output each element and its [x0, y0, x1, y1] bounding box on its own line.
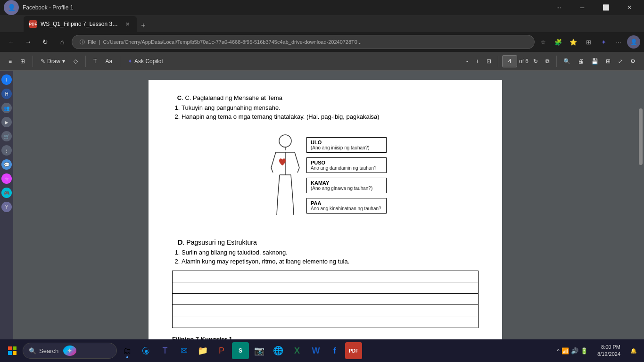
home-btn[interactable]: ⌂ — [55, 34, 70, 49]
print-btn[interactable]: 🖨 — [575, 55, 586, 68]
maximize-btn[interactable]: ⬜ — [595, 0, 617, 15]
taskbar-mail-icon[interactable]: ✉ — [175, 342, 192, 359]
fb-nav-icon-3[interactable]: ▶ — [1, 117, 12, 127]
toolbar-sep-1 — [33, 56, 33, 67]
search-pdf-btn[interactable]: 🔍 — [561, 55, 573, 68]
address-input[interactable]: ⓘ File | C:/Users/Cherry/AppData/Local/T… — [72, 35, 535, 49]
rotate-btn[interactable]: ↻ — [530, 55, 541, 68]
taskbar-sway-icon[interactable]: S — [232, 342, 249, 359]
pdf-tab-icon: PDF — [29, 20, 37, 28]
more-options-btn[interactable]: ··· — [548, 0, 570, 15]
taskbar-pdf-icon[interactable]: PDF — [345, 342, 362, 359]
notification-btn[interactable]: 🔔 — [627, 344, 640, 357]
page-of-label: of 6 — [519, 58, 528, 65]
minimize-btn[interactable]: ─ — [571, 0, 593, 15]
ulo-sub: (Ano ang iniisip ng tauhan?) — [311, 145, 382, 150]
settings-btn[interactable]: ··· — [612, 35, 625, 49]
address-bar: ← → ↻ ⌂ ⓘ File | C:/Users/Cherry/AppData… — [0, 32, 644, 52]
close-btn[interactable]: ✕ — [619, 0, 640, 15]
zoom-out-btn[interactable]: - — [463, 55, 471, 68]
pdf-toolbar-right: - + ⊡ of 6 ↻ ⧉ 🔍 🖨 💾 ⊞ ⤢ ⚙ — [463, 55, 638, 68]
taskbar-word-icon[interactable]: W — [307, 342, 324, 359]
wifi-icon[interactable]: 📶 — [561, 347, 569, 354]
new-tab-btn[interactable]: + — [137, 19, 150, 32]
answer-box-area — [172, 271, 479, 328]
fb-profile-icon[interactable]: Y — [1, 202, 12, 212]
toolbar-list-btn[interactable]: ≡ — [6, 55, 15, 68]
pdf-tab[interactable]: PDF WS_Q1_Filipino 7_Lesson 3_wee... ✕ — [24, 16, 137, 32]
toolbar-mode-btn[interactable]: ⊞ — [17, 55, 28, 68]
two-page-btn[interactable]: ⧉ — [543, 55, 553, 68]
taskbar-camera-icon[interactable]: 📷 — [251, 342, 268, 359]
answer-row — [173, 294, 478, 305]
body-label-paa: PAA Ano ang kinahinatnan ng tauhan? — [306, 198, 387, 214]
taskbar-fb-icon[interactable]: f — [326, 342, 343, 359]
favorites-btn[interactable]: ⭐ — [567, 35, 580, 49]
svg-line-7 — [297, 168, 299, 173]
profile-btn[interactable]: 👤 — [627, 35, 640, 49]
toolbar-text-btn[interactable]: T — [91, 55, 99, 68]
fb-nav-icon-2[interactable]: 👥 — [1, 103, 12, 113]
fit-page-btn[interactable]: ⊡ — [484, 55, 494, 68]
battery-icon[interactable]: 🔋 — [580, 347, 588, 354]
refresh-btn[interactable]: ↻ — [38, 34, 53, 49]
toolbar-copilot-btn[interactable]: ✦ Ask Copilot — [125, 55, 166, 68]
taskbar-edge-icon[interactable] — [138, 342, 155, 359]
start-btn[interactable] — [4, 342, 21, 359]
bookmark-btn[interactable]: ☆ — [537, 35, 550, 49]
puso-title: PUSO — [311, 160, 382, 165]
body-label-kamay: KAMAY (Ano ang ginawa ng tauhan?) — [306, 178, 387, 193]
svg-rect-17 — [13, 351, 17, 355]
fb-nav-icon-6[interactable]: 💬 — [1, 159, 12, 170]
pdf-scrollbar — [637, 71, 644, 362]
taskbar-teams-icon[interactable]: T — [157, 342, 173, 359]
fb-nav-icon-4[interactable]: 🛒 — [1, 131, 12, 141]
fb-nav-icon-8[interactable]: 🎮 — [1, 188, 12, 198]
puso-sub: Ano ang damdamin ng tauhan? — [311, 165, 382, 171]
extensions-btn[interactable]: 🧩 — [552, 35, 565, 49]
pdf-page: C. C. Paglalanad ng Mensahe at Tema Tuku… — [149, 80, 502, 354]
taskbar: 🔍 Search ✦ 🗂 T ✉ 📁 P S 📷 🌐 X W f PDF ^ 📶… — [0, 339, 644, 362]
scrollbar-thumb[interactable] — [639, 108, 643, 165]
toolbar-draw-btn[interactable]: ✎ Draw ▾ — [38, 55, 68, 68]
browser-avatar[interactable]: 👤 — [4, 0, 19, 15]
fb-nav-icon-1[interactable]: H — [1, 89, 12, 99]
address-icons: ☆ 🧩 ⭐ ⊞ ✦ ··· 👤 — [537, 35, 640, 49]
svg-line-12 — [293, 198, 294, 215]
taskbar-ppt-icon[interactable]: P — [213, 342, 230, 359]
more-tools-btn[interactable]: ⚙ — [627, 55, 638, 68]
fb-icon[interactable]: f — [1, 74, 12, 85]
body-label-ulo: ULO (Ano ang iniisip ng tauhan?) — [306, 137, 387, 153]
back-btn[interactable]: ← — [4, 34, 19, 49]
save-btn[interactable]: 💾 — [588, 55, 601, 68]
fb-nav-icon-7[interactable]: ☆ — [1, 173, 12, 184]
title-bar-left: 👤 Facebook - Profile 1 — [4, 0, 73, 15]
kamay-sub: (Ano ang ginawa ng tauhan?) — [311, 186, 382, 191]
zoom-in-btn[interactable]: + — [473, 55, 482, 68]
taskbar-files-icon[interactable]: 📁 — [194, 342, 211, 359]
section-d: D. Pagsusuri ng Estruktura Suriin ang bi… — [172, 238, 479, 328]
tray-up-arrow[interactable]: ^ — [557, 347, 560, 354]
taskbar-excel-icon[interactable]: X — [289, 342, 305, 359]
pdf-tab-close[interactable]: ✕ — [124, 20, 131, 28]
svg-rect-16 — [8, 351, 12, 355]
copilot-icon: ✦ — [128, 58, 132, 65]
forward-btn[interactable]: → — [21, 34, 36, 49]
share-btn[interactable]: ⊞ — [603, 55, 613, 68]
taskbar-globe-icon[interactable]: 🌐 — [270, 342, 287, 359]
copilot-btn[interactable]: ✦ — [597, 35, 610, 49]
taskbar-search[interactable]: 🔍 Search ✦ — [23, 343, 117, 359]
main-content: f H 👥 ▶ 🛒 ⋮ 💬 ☆ 🎮 Y C. C. Paglalanad ng … — [0, 71, 644, 362]
volume-icon[interactable]: 🔊 — [571, 347, 578, 354]
section-d-list: Suriin ang bilang ng taludtod, saknong. … — [182, 249, 479, 265]
pdf-viewer: C. C. Paglalanad ng Mensahe at Tema Tuku… — [13, 71, 637, 362]
collections-btn[interactable]: ⊞ — [582, 35, 595, 49]
toolbar-highlight-btn[interactable]: ◇ — [71, 55, 81, 68]
fullscreen-btn[interactable]: ⤢ — [615, 55, 626, 68]
taskbar-explorer-icon[interactable]: 🗂 — [119, 342, 136, 359]
page-number-input[interactable] — [502, 55, 517, 67]
taskbar-clock[interactable]: 8:00 PM 8/19/2024 — [594, 344, 624, 358]
toolbar-aa-btn[interactable]: Aa — [102, 55, 115, 68]
fb-nav-icon-5[interactable]: ⋮ — [1, 145, 12, 156]
section-c-header: C. C. Paglalanad ng Mensahe at Tema — [172, 94, 479, 101]
